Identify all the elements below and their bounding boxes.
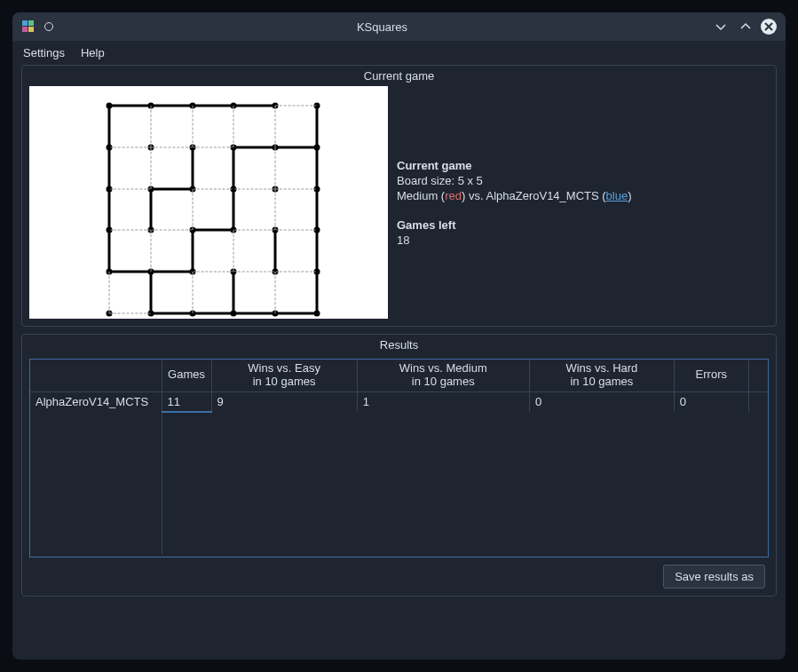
player2-color: blue [606,189,628,202]
results-panel: Results Games Wins vs. Easyin 10 games W… [21,334,777,597]
menu-settings[interactable]: Settings [23,46,65,59]
cell-wins-easy: 9 [211,391,357,412]
table-row[interactable]: AlphaZeroV14_MCTS 11 9 1 0 0 [30,391,768,412]
board-edge-empty[interactable] [233,230,275,231]
col-header-spacer [748,360,768,391]
board-canvas[interactable] [29,86,388,319]
board-edge-empty[interactable] [275,106,276,147]
board-edge-empty[interactable] [275,188,317,189]
maximize-button[interactable] [736,17,755,36]
board-edge-empty[interactable] [192,106,193,147]
current-game-panel-title: Current game [22,66,776,86]
game-info: Current game Board size: 5 x 5 Medium (r… [397,86,769,319]
table-filler [30,412,768,554]
board-edge-empty[interactable] [275,272,276,313]
current-game-panel: Current game Current game Board size: 5 … [21,65,777,327]
col-header-medium[interactable]: Wins vs. Mediumin 10 games [357,360,529,391]
svg-rect-0 [22,20,28,26]
save-results-button[interactable]: Save results as [663,565,765,589]
board-edge-empty[interactable] [150,147,151,189]
row-name: AlphaZeroV14_MCTS [30,391,162,412]
col-header-errors[interactable]: Errors [674,360,748,391]
vs-label: vs. [469,189,484,202]
cell-wins-hard: 0 [529,391,674,412]
board-edge [233,146,275,148]
results-panel-title: Results [22,335,776,355]
svg-rect-2 [22,27,28,32]
board-edge-empty[interactable] [275,147,276,189]
board-edge [108,106,111,147]
col-header-games[interactable]: Games [162,360,211,391]
board-edge-empty[interactable] [109,146,151,147]
board-edge [275,146,317,148]
close-button[interactable] [761,19,777,35]
board-edge [316,272,319,313]
board-edge-empty[interactable] [275,230,317,231]
titlebar[interactable]: KSquares [12,12,786,41]
board-edge [191,230,194,272]
board-edge [274,230,277,272]
board-edge-empty[interactable] [275,106,317,107]
col-header-blank[interactable] [30,360,162,391]
board-edge [193,105,234,107]
player1-color: red [445,189,462,202]
board-edge-empty[interactable] [193,188,234,189]
board-edge-empty[interactable] [192,272,193,313]
board-edge-empty[interactable] [275,272,317,273]
board-edge [316,106,319,147]
app-icon [21,20,36,34]
col-header-hard[interactable]: Wins vs. Hardin 10 games [529,360,674,391]
menu-help[interactable]: Help [81,46,105,59]
board-edge [233,272,235,313]
board-edge [193,312,234,315]
svg-rect-3 [28,27,34,32]
board-edge [149,189,152,231]
board-edge [233,147,235,189]
board-edge-empty[interactable] [151,146,193,147]
board-edge-empty[interactable] [109,313,151,314]
board-edge [233,189,235,231]
board-edge [191,147,194,189]
board-edge-empty[interactable] [109,230,151,231]
col-header-easy[interactable]: Wins vs. Easyin 10 games [211,360,357,391]
board-edge [151,187,193,190]
board-edge [109,105,151,107]
board-edge [109,271,151,273]
board-edge-empty[interactable] [150,106,151,147]
window-title: KSquares [59,20,706,34]
board-edge [193,229,234,232]
pin-icon[interactable] [44,22,53,31]
board-edge-empty[interactable] [192,189,193,231]
results-table[interactable]: Games Wins vs. Easyin 10 games Wins vs. … [29,359,769,557]
board-edge [233,312,275,315]
cell-errors: 0 [674,391,748,412]
board-edge-empty[interactable] [109,272,110,313]
games-left-value: 18 [397,233,769,247]
board-edge-empty[interactable] [233,106,234,147]
board-edge [149,272,152,313]
board-edge [151,105,193,107]
players-line: Medium (red) vs. AlphaZeroV14_MCTS (blue… [397,189,769,202]
board-edge [316,189,319,231]
board-edge-empty[interactable] [150,230,151,272]
current-game-heading: Current game [397,159,769,172]
board-edge-empty[interactable] [275,189,276,231]
board-edge-empty[interactable] [193,146,234,147]
minimize-button[interactable] [711,17,731,36]
menubar: Settings Help [12,41,786,65]
board-edge-empty[interactable] [193,272,234,273]
board-edge-empty[interactable] [233,188,275,189]
player2-name: AlphaZeroV14_MCTS [486,189,598,202]
board-edge-empty[interactable] [233,230,234,272]
app-window: KSquares Settings Help Current game Curr… [12,12,786,660]
board-edge [275,312,317,315]
board-edge-empty[interactable] [233,272,275,273]
board-edge [151,312,193,315]
cell-games: 11 [162,391,211,412]
cell-wins-medium: 1 [357,391,529,412]
board-edge [108,230,111,272]
svg-rect-1 [28,20,34,26]
board-edge-empty[interactable] [151,230,193,231]
board-edge-empty[interactable] [109,188,151,189]
board-edge [316,147,319,189]
